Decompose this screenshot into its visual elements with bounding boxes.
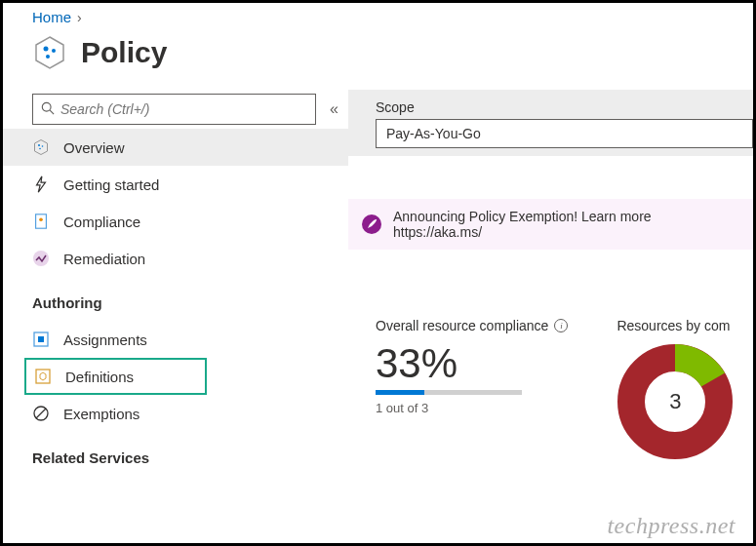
- svg-point-3: [46, 55, 50, 58]
- donut-chart: 3: [617, 343, 734, 460]
- breadcrumb-home-link[interactable]: Home: [32, 9, 71, 25]
- policy-icon: [32, 35, 67, 70]
- section-header-related: Related Services: [32, 449, 348, 466]
- assignments-icon: [32, 331, 50, 348]
- svg-point-11: [39, 217, 43, 221]
- sidebar-item-remediation[interactable]: Remediation: [3, 240, 348, 277]
- main-content: Scope Pay-As-You-Go Announcing Policy Ex…: [348, 90, 753, 476]
- announcement-text: Announcing Policy Exemption! Learn more …: [393, 209, 739, 240]
- sidebar-item-label: Definitions: [65, 369, 134, 385]
- sidebar-item-label: Compliance: [63, 214, 140, 230]
- card-title-text: Overall resource compliance: [376, 318, 548, 333]
- progress-text: 1 out of 3: [376, 401, 568, 415]
- svg-point-1: [44, 47, 49, 52]
- remediation-icon: [32, 250, 50, 267]
- svg-point-12: [33, 251, 49, 266]
- svg-line-5: [50, 110, 54, 114]
- sidebar-item-assignments[interactable]: Assignments: [3, 321, 348, 358]
- announcement-bar[interactable]: Announcing Policy Exemption! Learn more …: [348, 199, 753, 250]
- sidebar-item-exemptions[interactable]: Exemptions: [3, 395, 348, 432]
- svg-point-4: [42, 102, 51, 111]
- scope-selector[interactable]: Pay-As-You-Go: [376, 119, 753, 148]
- sidebar-item-label: Remediation: [63, 251, 145, 267]
- resources-by-state-card: Resources by com 3: [617, 318, 734, 460]
- exemptions-icon: [32, 405, 50, 422]
- svg-point-7: [38, 144, 40, 146]
- svg-point-9: [39, 148, 41, 150]
- overview-icon: [32, 138, 50, 156]
- progress-bar: [376, 390, 522, 395]
- collapse-sidebar-button[interactable]: «: [326, 97, 342, 122]
- search-box[interactable]: [32, 94, 316, 125]
- watermark: techpress.net: [607, 513, 736, 539]
- svg-point-8: [42, 145, 44, 147]
- scope-value: Pay-As-You-Go: [386, 126, 481, 141]
- page-title: Policy: [81, 36, 167, 69]
- search-input[interactable]: [60, 101, 307, 117]
- donut-center-value: 3: [652, 378, 698, 425]
- definitions-highlight: Definitions: [24, 358, 207, 395]
- progress-fill: [376, 390, 424, 395]
- scope-bar: Scope Pay-As-You-Go: [348, 90, 753, 156]
- lightning-icon: [32, 176, 50, 193]
- info-icon[interactable]: i: [554, 319, 568, 332]
- sidebar-item-label: Overview: [63, 139, 125, 156]
- sidebar: « Overview Getting started Compliance: [32, 94, 348, 476]
- card-title-text: Resources by com: [617, 318, 730, 333]
- svg-line-18: [36, 409, 46, 418]
- page-header: Policy: [32, 35, 753, 70]
- sidebar-item-label: Exemptions: [63, 406, 139, 422]
- sidebar-item-compliance[interactable]: Compliance: [3, 203, 348, 240]
- rocket-icon: [362, 214, 381, 234]
- svg-rect-14: [38, 336, 44, 342]
- svg-marker-0: [36, 37, 63, 68]
- search-icon: [41, 101, 55, 118]
- sidebar-item-getting-started[interactable]: Getting started: [3, 166, 348, 203]
- sidebar-item-overview[interactable]: Overview: [3, 129, 348, 166]
- compliance-icon: [32, 213, 50, 230]
- sidebar-item-label: Getting started: [63, 176, 159, 193]
- breadcrumb: Home ›: [32, 9, 753, 25]
- section-header-authoring: Authoring: [32, 294, 348, 311]
- chevron-right-icon: ›: [77, 10, 82, 25]
- sidebar-item-definitions[interactable]: Definitions: [32, 360, 205, 393]
- definitions-icon: [34, 368, 52, 385]
- svg-rect-15: [36, 370, 50, 383]
- overall-compliance-card: Overall resource compliance i 33% 1 out …: [376, 318, 568, 460]
- scope-label: Scope: [376, 99, 753, 115]
- svg-marker-6: [35, 140, 48, 155]
- sidebar-item-label: Assignments: [63, 332, 147, 348]
- compliance-percent: 33%: [376, 343, 568, 384]
- svg-marker-16: [40, 372, 46, 380]
- svg-point-2: [52, 49, 56, 53]
